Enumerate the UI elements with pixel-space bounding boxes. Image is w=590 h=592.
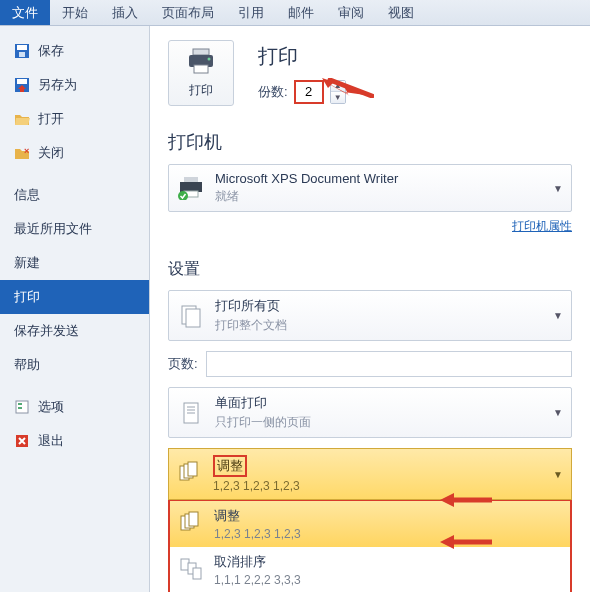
- svg-rect-16: [184, 177, 198, 182]
- svg-marker-35: [440, 535, 454, 549]
- svg-rect-12: [194, 65, 208, 73]
- print-button-label: 打印: [189, 82, 213, 99]
- print-side-dropdown[interactable]: 单面打印只打印一侧的页面 ▼: [168, 387, 572, 438]
- sidebar-exit-label: 退出: [38, 432, 64, 450]
- svg-rect-4: [17, 79, 27, 84]
- print-panel: 打印 打印 份数: ▲▼ 打印机 Microsoft XPS Document …: [150, 26, 590, 592]
- opt1-sub: 1,2,3 1,2,3 1,2,3: [214, 527, 301, 541]
- sidebar-print[interactable]: 打印: [0, 280, 149, 314]
- sidebar-close-label: 关闭: [38, 144, 64, 162]
- sidebar-new-label: 新建: [14, 254, 40, 272]
- chevron-down-icon: ▼: [553, 407, 563, 418]
- sidebar-send-label: 保存并发送: [14, 322, 79, 340]
- printer-name: Microsoft XPS Document Writer: [215, 171, 543, 186]
- sidebar-saveas[interactable]: 另存为: [0, 68, 149, 102]
- collate-sub: 1,2,3 1,2,3 1,2,3: [213, 479, 300, 493]
- chevron-down-icon: ▼: [553, 183, 563, 194]
- sidebar-open-label: 打开: [38, 110, 64, 128]
- tab-review[interactable]: 审阅: [326, 0, 376, 25]
- open-icon: [14, 111, 30, 127]
- svg-marker-34: [440, 493, 454, 507]
- saveas-icon: [14, 77, 30, 93]
- print-title: 打印: [258, 43, 346, 70]
- chevron-down-icon: ▼: [553, 469, 563, 480]
- svg-text:×: ×: [24, 146, 29, 156]
- sidebar-close[interactable]: ×关闭: [0, 136, 149, 170]
- ribbon-tabs: 文件 开始 插入 页面布局 引用 邮件 审阅 视图: [0, 0, 590, 26]
- settings-section-title: 设置: [168, 259, 572, 280]
- svg-point-13: [208, 58, 211, 61]
- printer-status: 就绪: [215, 188, 543, 205]
- collate-options-list: 调整1,2,3 1,2,3 1,2,3 取消排序1,1,1 2,2,2 3,3,…: [168, 499, 572, 592]
- sidebar-new[interactable]: 新建: [0, 246, 149, 280]
- print-button[interactable]: 打印: [168, 40, 234, 106]
- sidebar-saveas-label: 另存为: [38, 76, 77, 94]
- sidebar-save-label: 保存: [38, 42, 64, 60]
- sidebar-send[interactable]: 保存并发送: [0, 314, 149, 348]
- sidebar-help-label: 帮助: [14, 356, 40, 374]
- tab-layout[interactable]: 页面布局: [150, 0, 226, 25]
- collate-icon: [178, 510, 204, 539]
- pages-label: 页数:: [168, 355, 198, 373]
- scope-sub: 打印整个文档: [215, 317, 543, 334]
- options-icon: [14, 399, 30, 415]
- chevron-down-icon: ▼: [553, 310, 563, 321]
- scope-label: 打印所有页: [215, 297, 543, 315]
- sidebar-recent-label: 最近所用文件: [14, 220, 92, 238]
- printer-status-icon: [177, 174, 205, 202]
- svg-rect-10: [193, 49, 209, 55]
- sidebar-options[interactable]: 选项: [0, 390, 149, 424]
- tab-references[interactable]: 引用: [226, 0, 276, 25]
- tab-home[interactable]: 开始: [50, 0, 100, 25]
- sidebar-info-label: 信息: [14, 186, 40, 204]
- side-label: 单面打印: [215, 394, 543, 412]
- sidebar-print-label: 打印: [14, 288, 40, 306]
- svg-rect-33: [193, 568, 201, 579]
- collate-dropdown[interactable]: 调整1,2,3 1,2,3 1,2,3 ▼: [168, 448, 572, 500]
- collate-icon: [177, 460, 203, 489]
- close-icon: ×: [14, 145, 30, 161]
- collate-option-uncollated[interactable]: 取消排序1,1,1 2,2,2 3,3,3: [170, 547, 570, 592]
- tab-insert[interactable]: 插入: [100, 0, 150, 25]
- single-side-icon: [177, 399, 205, 427]
- uncollate-icon: [178, 556, 204, 585]
- printer-properties-link[interactable]: 打印机属性: [512, 219, 572, 233]
- svg-rect-30: [189, 512, 198, 526]
- sidebar-info[interactable]: 信息: [0, 178, 149, 212]
- pages-input[interactable]: [206, 351, 572, 377]
- copies-label: 份数:: [258, 83, 288, 101]
- side-sub: 只打印一侧的页面: [215, 414, 543, 431]
- svg-rect-27: [188, 462, 197, 476]
- opt1-label: 调整: [214, 507, 301, 525]
- svg-rect-7: [18, 403, 22, 405]
- printer-dropdown[interactable]: Microsoft XPS Document Writer就绪 ▼: [168, 164, 572, 212]
- svg-rect-8: [18, 407, 22, 409]
- sidebar-recent[interactable]: 最近所用文件: [0, 212, 149, 246]
- tab-view[interactable]: 视图: [376, 0, 426, 25]
- svg-rect-1: [17, 45, 27, 50]
- annotation-arrow: [320, 78, 374, 98]
- opt2-label: 取消排序: [214, 553, 301, 571]
- save-icon: [14, 43, 30, 59]
- opt2-sub: 1,1,1 2,2,2 3,3,3: [214, 573, 301, 587]
- print-scope-dropdown[interactable]: 打印所有页打印整个文档 ▼: [168, 290, 572, 341]
- annotation-arrow: [440, 532, 494, 552]
- tab-mail[interactable]: 邮件: [276, 0, 326, 25]
- sidebar-save[interactable]: 保存: [0, 34, 149, 68]
- svg-rect-20: [186, 309, 200, 327]
- annotation-arrow: [440, 490, 494, 510]
- printer-section-title: 打印机: [168, 130, 572, 154]
- exit-icon: [14, 433, 30, 449]
- svg-rect-2: [19, 52, 25, 57]
- sidebar-options-label: 选项: [38, 398, 64, 416]
- sidebar-exit[interactable]: 退出: [0, 424, 149, 458]
- sidebar-open[interactable]: 打开: [0, 102, 149, 136]
- backstage-sidebar: 保存 另存为 打开 ×关闭 信息 最近所用文件 新建 打印 保存并发送 帮助 选…: [0, 26, 150, 592]
- collate-label: 调整: [213, 455, 247, 477]
- collate-option-collated[interactable]: 调整1,2,3 1,2,3 1,2,3: [170, 501, 570, 547]
- printer-icon: [185, 47, 217, 78]
- tab-file[interactable]: 文件: [0, 0, 50, 25]
- pages-icon: [177, 302, 205, 330]
- sidebar-help[interactable]: 帮助: [0, 348, 149, 382]
